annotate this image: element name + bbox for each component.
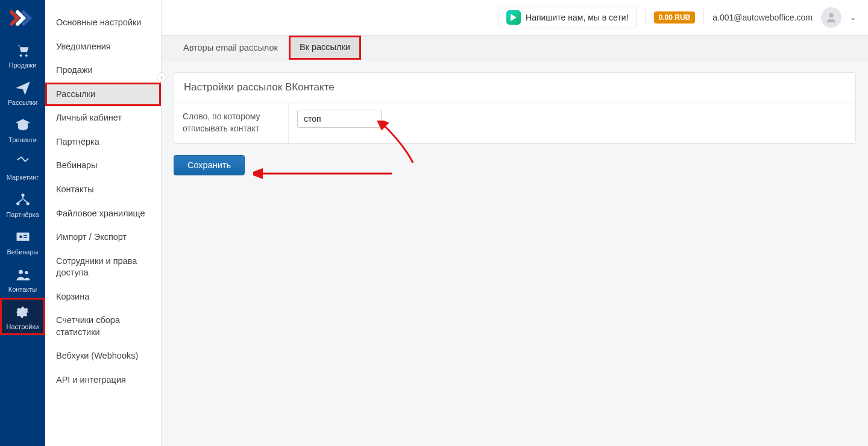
- submenu-item-staff[interactable]: Сотрудники и права доступа: [45, 250, 161, 285]
- tab-vk-mailings[interactable]: Вк рассылки: [289, 36, 361, 60]
- cart-icon: [14, 42, 31, 59]
- rail-item-marketing[interactable]: Маркетинг: [0, 148, 45, 186]
- svg-point-2: [21, 193, 24, 196]
- chat-play-icon: [506, 10, 521, 25]
- send-icon: [14, 80, 31, 96]
- rail-item-partner[interactable]: Партнёрка: [0, 186, 45, 223]
- tab-email-authors[interactable]: Авторы email рассылок: [172, 36, 289, 60]
- submenu-item-webhooks[interactable]: Вебхуки (Webhooks): [45, 344, 161, 368]
- submenu-item-contacts[interactable]: Контакты: [45, 178, 161, 202]
- graduation-icon: [14, 117, 31, 134]
- svg-point-0: [19, 54, 22, 57]
- submenu-item-main-settings[interactable]: Основные настройки: [45, 11, 161, 35]
- field-container: [289, 102, 855, 143]
- rail-label: Партнёрка: [6, 211, 39, 218]
- submenu-item-counters[interactable]: Счетчики сбора статистики: [45, 309, 161, 344]
- left-nav-rail: Продажи Рассылки Тренинги Маркетинг Парт…: [0, 0, 45, 446]
- tabs-bar: Авторы email рассылок Вк рассылки: [162, 35, 868, 60]
- user-icon: [825, 11, 838, 24]
- svg-point-9: [829, 13, 833, 17]
- submenu-item-sales[interactable]: Продажи: [45, 58, 161, 83]
- top-header: Напишите нам, мы в сети! 0.00 RUB a.001@…: [162, 0, 868, 35]
- panel-body: Слово, по которому отписывать контакт: [174, 102, 855, 143]
- gear-icon: [14, 304, 31, 321]
- save-button[interactable]: Сохранить: [174, 155, 245, 175]
- rail-label: Настройки: [7, 323, 39, 330]
- avatar[interactable]: [821, 7, 841, 28]
- balance-badge[interactable]: 0.00 RUB: [654, 11, 696, 24]
- submenu-item-trash[interactable]: Корзина: [45, 285, 161, 309]
- form-row-stopword: Слово, по которому отписывать контакт: [174, 102, 855, 143]
- vk-settings-panel: Настройки рассылок ВКонтакте Слово, по к…: [174, 72, 856, 144]
- user-menu-caret[interactable]: ⌄: [850, 13, 856, 22]
- rail-label: Рассылки: [8, 99, 37, 106]
- submenu-item-file-storage[interactable]: Файловое хранилище: [45, 202, 161, 226]
- user-email[interactable]: a.001@autoweboffice.com: [712, 13, 813, 22]
- svg-point-7: [19, 270, 23, 274]
- divider: [645, 10, 646, 25]
- submenu-item-api[interactable]: API и интеграция: [45, 368, 161, 392]
- users-icon: [14, 266, 31, 283]
- rail-item-settings[interactable]: Настройки: [0, 298, 45, 335]
- svg-rect-5: [16, 233, 29, 241]
- submenu-collapse-toggle[interactable]: ‹: [157, 72, 166, 82]
- settings-submenu: Основные настройки Уведомления Продажи Р…: [45, 0, 162, 446]
- divider: [703, 10, 704, 25]
- chat-widget[interactable]: Напишите нам, мы в сети!: [498, 7, 637, 28]
- stopword-input[interactable]: [297, 110, 382, 128]
- rail-label: Маркетинг: [7, 174, 39, 181]
- submenu-item-notifications[interactable]: Уведомления: [45, 35, 161, 59]
- rail-item-mailings[interactable]: Рассылки: [0, 74, 45, 111]
- panel-title: Настройки рассылок ВКонтакте: [174, 73, 855, 102]
- submenu-item-import-export[interactable]: Импорт / Экспорт: [45, 225, 161, 250]
- rail-item-contacts[interactable]: Контакты: [0, 260, 45, 298]
- field-label: Слово, по которому отписывать контакт: [174, 102, 289, 143]
- rail-item-webinars[interactable]: Вебинары: [0, 223, 45, 260]
- svg-point-8: [25, 271, 28, 274]
- chat-text: Напишите нам, мы в сети!: [526, 13, 629, 22]
- rail-label: Продажи: [9, 61, 37, 69]
- rail-label: Вебинары: [7, 248, 39, 256]
- submenu-item-webinars[interactable]: Вебинары: [45, 154, 161, 178]
- rail-item-trainings[interactable]: Тренинги: [0, 111, 45, 148]
- rail-label: Тренинги: [8, 136, 37, 143]
- rail-item-sales[interactable]: Продажи: [0, 36, 45, 74]
- rail-label: Контакты: [8, 286, 37, 293]
- submenu-item-cabinet[interactable]: Личный кабинет: [45, 106, 161, 130]
- network-icon: [14, 192, 31, 209]
- submenu-item-partner[interactable]: Партнёрка: [45, 130, 161, 154]
- svg-point-1: [25, 54, 27, 57]
- presentation-icon: [14, 229, 31, 246]
- content-area: Настройки рассылок ВКонтакте Слово, по к…: [162, 60, 868, 446]
- chart-icon: [14, 154, 31, 171]
- svg-point-6: [19, 236, 22, 239]
- app-logo: [0, 0, 45, 36]
- submenu-item-mailings[interactable]: Рассылки: [45, 83, 161, 107]
